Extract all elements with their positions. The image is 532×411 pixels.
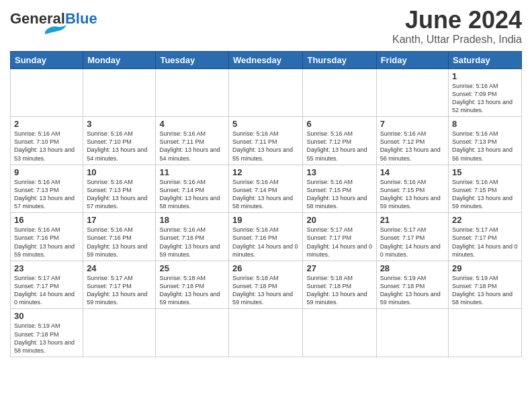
day-24: 24 Sunrise: 5:17 AM Sunset: 7:17 PM Dayl… [83, 261, 156, 309]
header-friday: Friday [376, 51, 448, 68]
day-27: 27 Sunrise: 5:18 AM Sunset: 7:18 PM Dayl… [303, 261, 376, 309]
day-13: 13 Sunrise: 5:16 AM Sunset: 7:15 PM Dayl… [303, 165, 376, 213]
calendar-table: Sunday Monday Tuesday Wednesday Thursday… [10, 51, 522, 357]
sunset-1: Sunset: 7:09 PM [452, 91, 497, 97]
table-row: 30 Sunrise: 5:19 AM Sunset: 7:18 PM Dayl… [11, 309, 522, 357]
empty-cell [156, 309, 229, 357]
empty-cell [303, 68, 376, 117]
day-4: 4 Sunrise: 5:16 AM Sunset: 7:11 PM Dayli… [156, 117, 229, 165]
day-12: 12 Sunrise: 5:16 AM Sunset: 7:14 PM Dayl… [229, 165, 303, 213]
empty-cell [376, 309, 448, 357]
header-saturday: Saturday [449, 51, 522, 68]
logo-blue-text: Blue [65, 10, 97, 28]
day-7: 7 Sunrise: 5:16 AM Sunset: 7:12 PM Dayli… [376, 117, 448, 165]
day-18: 18 Sunrise: 5:16 AM Sunset: 7:16 PM Dayl… [156, 213, 229, 261]
day-21: 21 Sunrise: 5:17 AM Sunset: 7:17 PM Dayl… [376, 213, 448, 261]
day-28: 28 Sunrise: 5:19 AM Sunset: 7:18 PM Dayl… [376, 261, 448, 309]
day-1: 1 Sunrise: 5:16 AM Sunset: 7:09 PM Dayli… [449, 68, 522, 117]
day-8: 8 Sunrise: 5:16 AM Sunset: 7:13 PM Dayli… [449, 117, 522, 165]
table-row: 1 Sunrise: 5:16 AM Sunset: 7:09 PM Dayli… [11, 68, 522, 117]
empty-cell [376, 68, 448, 117]
day-17: 17 Sunrise: 5:16 AM Sunset: 7:16 PM Dayl… [83, 213, 156, 261]
sunrise-1: Sunrise: 5:16 AM [452, 83, 498, 89]
page-header: General Blue June 2024 Kanth, Uttar Prad… [10, 7, 522, 46]
empty-cell [83, 309, 156, 357]
table-row: 2 Sunrise: 5:16 AM Sunset: 7:10 PM Dayli… [11, 117, 522, 165]
day-3: 3 Sunrise: 5:16 AM Sunset: 7:10 PM Dayli… [83, 117, 156, 165]
header-sunday: Sunday [11, 51, 83, 68]
day-14: 14 Sunrise: 5:16 AM Sunset: 7:15 PM Dayl… [376, 165, 448, 213]
weekday-header-row: Sunday Monday Tuesday Wednesday Thursday… [11, 51, 522, 68]
day-9: 9 Sunrise: 5:16 AM Sunset: 7:13 PM Dayli… [11, 165, 83, 213]
day-19: 19 Sunrise: 5:16 AM Sunset: 7:16 PM Dayl… [229, 213, 303, 261]
page-title: June 2024 [392, 7, 522, 34]
header-wednesday: Wednesday [229, 51, 303, 68]
day-2: 2 Sunrise: 5:16 AM Sunset: 7:10 PM Dayli… [11, 117, 83, 165]
day-25: 25 Sunrise: 5:18 AM Sunset: 7:18 PM Dayl… [156, 261, 229, 309]
day-11: 11 Sunrise: 5:16 AM Sunset: 7:14 PM Dayl… [156, 165, 229, 213]
header-tuesday: Tuesday [156, 51, 229, 68]
empty-cell [83, 68, 156, 117]
day-info-2: Sunrise: 5:16 AM Sunset: 7:10 PM Dayligh… [14, 130, 79, 163]
calendar-page: General Blue June 2024 Kanth, Uttar Prad… [0, 0, 532, 411]
day-num-2: 2 [14, 119, 79, 129]
day-num-1: 1 [452, 71, 518, 81]
empty-cell [229, 68, 303, 117]
empty-cell [449, 309, 522, 357]
day-6: 6 Sunrise: 5:16 AM Sunset: 7:12 PM Dayli… [303, 117, 376, 165]
empty-cell [303, 309, 376, 357]
day-16: 16 Sunrise: 5:16 AM Sunset: 7:16 PM Dayl… [11, 213, 83, 261]
day-10: 10 Sunrise: 5:16 AM Sunset: 7:13 PM Dayl… [83, 165, 156, 213]
day-22: 22 Sunrise: 5:17 AM Sunset: 7:17 PM Dayl… [449, 213, 522, 261]
empty-cell [156, 68, 229, 117]
header-thursday: Thursday [303, 51, 376, 68]
day-26: 26 Sunrise: 5:18 AM Sunset: 7:18 PM Dayl… [229, 261, 303, 309]
day-23: 23 Sunrise: 5:17 AM Sunset: 7:17 PM Dayl… [11, 261, 83, 309]
day-15: 15 Sunrise: 5:16 AM Sunset: 7:15 PM Dayl… [449, 165, 522, 213]
table-row: 16 Sunrise: 5:16 AM Sunset: 7:16 PM Dayl… [11, 213, 522, 261]
table-row: 9 Sunrise: 5:16 AM Sunset: 7:13 PM Dayli… [11, 165, 522, 213]
page-subtitle: Kanth, Uttar Pradesh, India [392, 34, 522, 46]
header-monday: Monday [83, 51, 156, 68]
logo-wing [45, 25, 66, 37]
empty-cell [11, 68, 83, 117]
logo: General Blue [10, 10, 97, 37]
day-29: 29 Sunrise: 5:19 AM Sunset: 7:18 PM Dayl… [449, 261, 522, 309]
daylight-1: Daylight: 13 hours and 52 minutes. [452, 99, 513, 113]
day-20: 20 Sunrise: 5:17 AM Sunset: 7:17 PM Dayl… [303, 213, 376, 261]
table-row: 23 Sunrise: 5:17 AM Sunset: 7:17 PM Dayl… [11, 261, 522, 309]
day-30: 30 Sunrise: 5:19 AM Sunset: 7:18 PM Dayl… [11, 309, 83, 357]
day-info-1: Sunrise: 5:16 AM Sunset: 7:09 PM Dayligh… [452, 82, 518, 115]
empty-cell [229, 309, 303, 357]
day-5: 5 Sunrise: 5:16 AM Sunset: 7:11 PM Dayli… [229, 117, 303, 165]
title-block: June 2024 Kanth, Uttar Pradesh, India [392, 7, 522, 46]
